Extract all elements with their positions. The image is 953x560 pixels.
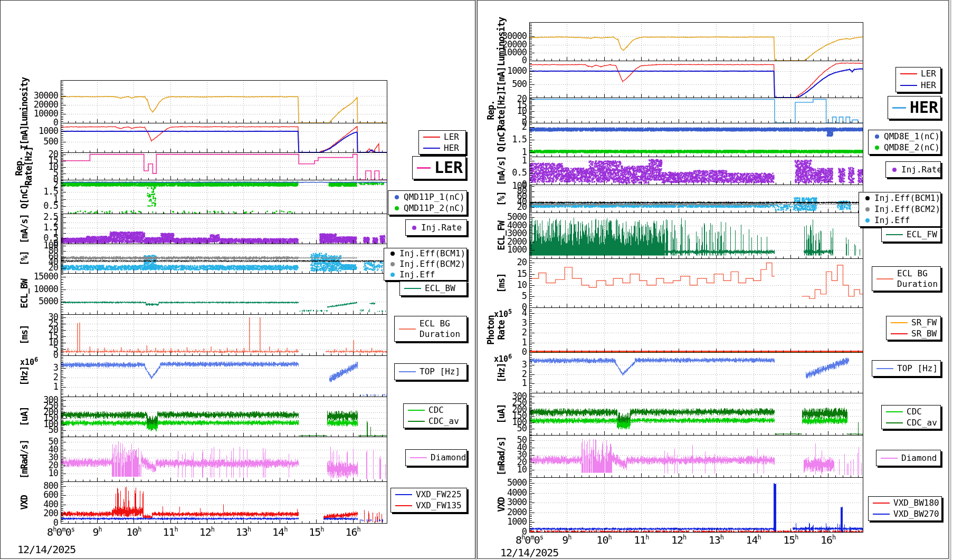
plots-canvas	[0, 0, 953, 560]
right-date-label: 12/14/2025	[500, 546, 558, 559]
left-date-label: 12/14/2025	[17, 543, 75, 556]
beam-monitor-dashboard: 0100002000030000Luminosity5001000I[mA]05…	[0, 0, 953, 560]
